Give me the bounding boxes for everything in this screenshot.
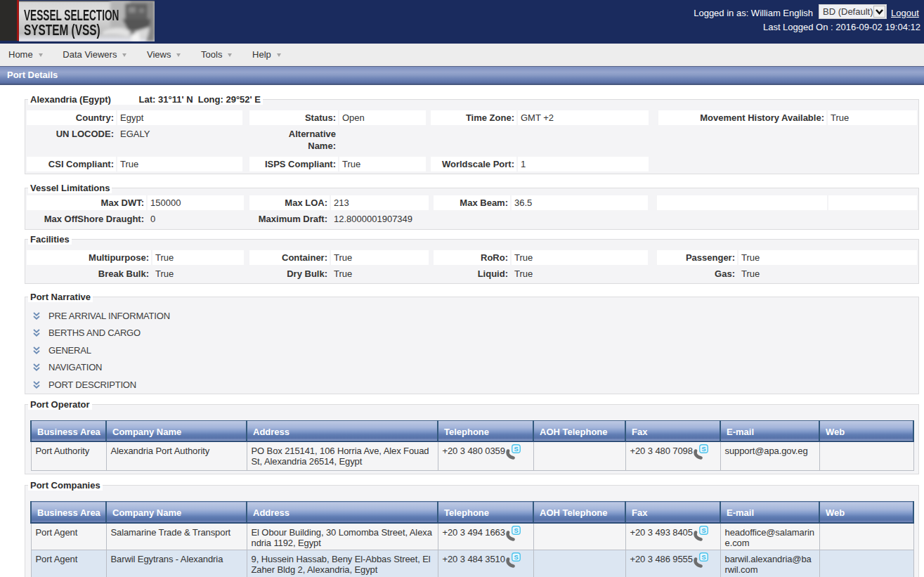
svg-text:S: S [514, 446, 518, 453]
svg-text:S: S [514, 553, 518, 560]
svg-text:S: S [701, 553, 705, 560]
svg-text:S: S [701, 446, 705, 453]
svg-text:S: S [701, 526, 705, 533]
svg-text:S: S [514, 526, 518, 533]
